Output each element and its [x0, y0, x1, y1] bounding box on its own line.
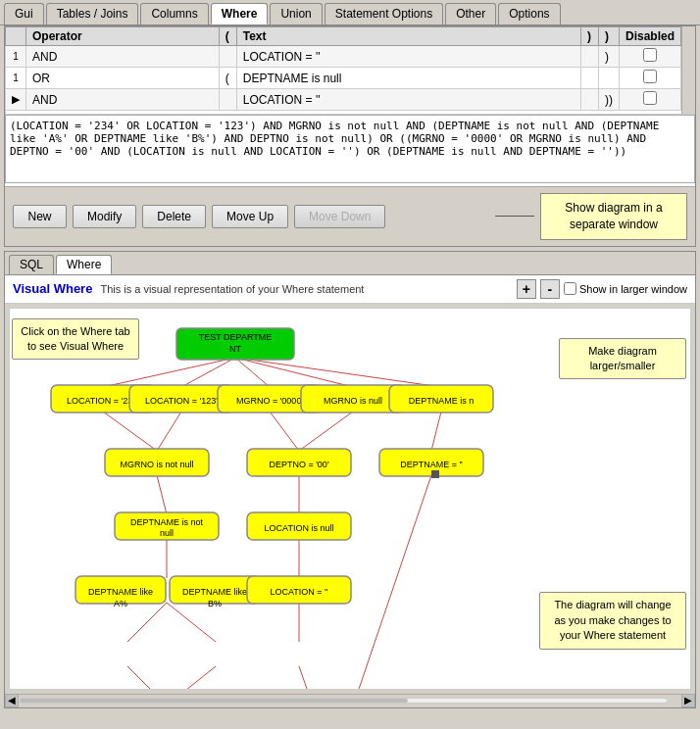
callout-where-tab: Click on the Where tab to see Visual Whe… [12, 318, 139, 361]
sql-where-tab-bar: SQL Where [5, 252, 695, 275]
new-button[interactable]: New [13, 205, 67, 228]
where-panel: Operator ( Text ) ) Disabled 1 AND LOCAT… [4, 25, 696, 247]
svg-line-6 [157, 412, 181, 451]
callout-show-diagram: Show diagram in a separate window [540, 193, 687, 240]
node-deptname-n-text: DEPTNAME is n [409, 396, 475, 406]
scroll-right-btn[interactable]: ▶ [681, 694, 695, 707]
show-larger-checkbox[interactable] [564, 282, 576, 295]
node-mgrno-not-null-text: MGRNO is not null [120, 460, 193, 469]
svg-line-8 [299, 412, 353, 451]
disabled-checkbox-1[interactable] [643, 48, 657, 62]
move-down-button: Move Down [294, 205, 385, 228]
tab-options[interactable]: Options [498, 3, 560, 24]
node-deptname-a-text: DEPTNAME like [88, 587, 153, 597]
svg-line-0 [103, 358, 235, 387]
buttons-row: New Modify Delete Move Up Move Down Show… [5, 186, 695, 246]
svg-line-18 [167, 666, 216, 690]
table-row[interactable]: 1 OR ( DEPTNAME is null [6, 68, 695, 89]
zoom-plus-button[interactable]: + [517, 279, 536, 299]
root-node-text: TEST DEPARTME [199, 332, 273, 342]
node-deptname-b-pct: B% [208, 599, 222, 608]
disabled-checkbox-3[interactable] [643, 91, 657, 105]
node-loc123-text: LOCATION = '123' [145, 396, 218, 406]
show-larger-window-container: Show in larger window [564, 282, 687, 295]
svg-line-20 [299, 666, 333, 690]
bottom-section: SQL Where Visual Where This is a visual … [4, 251, 696, 708]
diagram-area[interactable]: Click on the Where tab to see Visual Whe… [9, 308, 691, 690]
tab-sql[interactable]: SQL [9, 255, 54, 274]
visual-where-title: Visual Where [13, 281, 92, 296]
table-row[interactable]: ▶ AND LOCATION = '' )) [6, 89, 695, 111]
where-hint-text: Click on Modify to alter the Where claus… [6, 111, 695, 116]
tab-union[interactable]: Union [270, 3, 322, 24]
svg-line-1 [181, 358, 235, 387]
tab-where[interactable]: Where [211, 3, 269, 24]
move-up-button[interactable]: Move Up [212, 205, 288, 228]
disabled-checkbox-2[interactable] [643, 70, 657, 83]
col-close-paren: ) [580, 27, 598, 46]
delete-button[interactable]: Delete [142, 205, 206, 228]
col-operator: Operator [26, 27, 220, 46]
node-location-null-text: LOCATION is null [265, 523, 334, 533]
callout-make-larger: Make diagram larger/smaller [559, 338, 686, 380]
scroll-left-btn[interactable]: ◀ [5, 694, 19, 707]
node-deptname-a-pct: A% [114, 599, 127, 608]
zoom-minus-button[interactable]: - [540, 279, 560, 299]
col-open-paren: ( [219, 27, 236, 46]
tab-other[interactable]: Other [445, 3, 496, 24]
visual-where-controls: + - Show in larger window [517, 279, 687, 299]
svg-line-15 [167, 603, 216, 642]
svg-line-17 [127, 666, 167, 690]
small-square [431, 470, 439, 478]
where-clause-table: Operator ( Text ) ) Disabled 1 AND LOCAT… [5, 26, 695, 115]
node-deptname-b-text: DEPTNAME like [182, 587, 247, 597]
tab-where-bottom[interactable]: Where [56, 255, 112, 274]
root-node-text2: NT [229, 344, 241, 354]
svg-line-7 [270, 412, 299, 451]
visual-where-description: This is a visual representation of your … [100, 283, 509, 295]
node-location-empty-text: LOCATION = '' [270, 587, 327, 597]
tab-statement-options[interactable]: Statement Options [325, 3, 443, 24]
svg-line-4 [235, 358, 441, 387]
col-text: Text [236, 27, 580, 46]
show-larger-label: Show in larger window [579, 283, 687, 295]
tab-columns[interactable]: Columns [140, 3, 208, 24]
node-deptname-empty-text: DEPTNAME = '' [400, 460, 463, 469]
node-mgrno0000-text: MGRNO = '0000' [236, 396, 303, 406]
main-tab-bar: Gui Tables / Joins Columns Where Union S… [0, 0, 700, 25]
svg-line-5 [103, 412, 157, 451]
col-close-paren2: ) [598, 27, 619, 46]
node-deptname-not-null-text2: null [160, 528, 174, 538]
horizontal-scrollbar[interactable] [19, 698, 668, 704]
svg-line-9 [431, 412, 441, 451]
node-mgrno-null-text: MGRNO is null [324, 396, 382, 406]
tab-tables-joins[interactable]: Tables / Joins [46, 3, 139, 24]
node-deptname-not-null-text: DEPTNAME is not [130, 517, 204, 527]
visual-where-header: Visual Where This is a visual representa… [5, 275, 695, 304]
svg-line-10 [157, 475, 167, 514]
col-disabled: Disabled [619, 27, 680, 46]
tab-gui[interactable]: Gui [4, 3, 44, 24]
sql-text-area[interactable] [5, 115, 695, 183]
node-deptno-00-text: DEPTNO = '00' [269, 460, 328, 469]
svg-line-14 [127, 603, 167, 642]
table-row[interactable]: 1 AND LOCATION = '' ) [6, 46, 695, 68]
where-hint-row: Click on Modify to alter the Where claus… [6, 111, 695, 116]
modify-button[interactable]: Modify [73, 205, 136, 228]
callout-diagram-change: The diagram will change as you make chan… [539, 592, 686, 649]
node-loc234-text: LOCATION = '234' [67, 396, 139, 406]
